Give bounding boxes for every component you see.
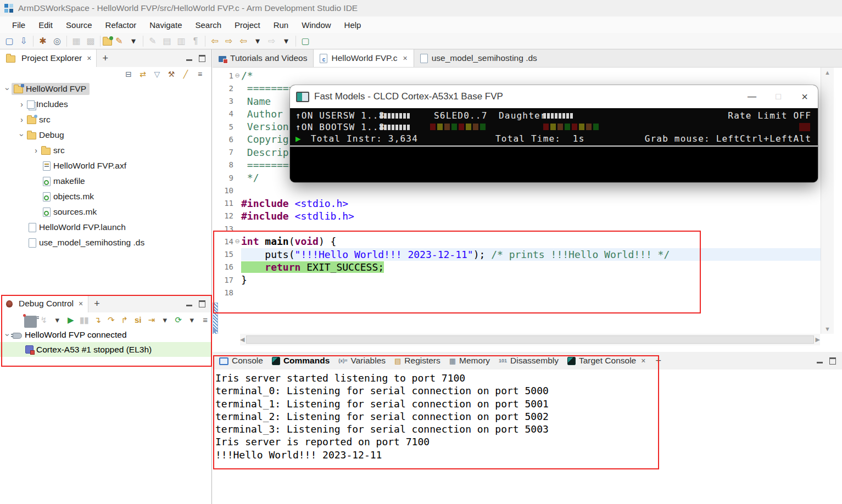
editor-tab-helloworld-fvp-c[interactable]: cHelloWorld FVP.c× bbox=[313, 49, 414, 67]
view-menu-icon[interactable]: ≡ bbox=[194, 69, 206, 80]
step-over-icon[interactable]: ↷ bbox=[105, 314, 118, 326]
fvp-titlebar[interactable]: Fast Models - CLCD Cortex-A53x1 Base FVP… bbox=[290, 85, 818, 108]
interrupt-icon[interactable]: ↯ bbox=[38, 314, 51, 326]
tree-item-objects-mk[interactable]: objects.mk bbox=[0, 189, 211, 204]
tree-item-sources-mk[interactable]: sources.mk bbox=[0, 204, 211, 220]
close-icon[interactable]: × bbox=[641, 356, 645, 365]
tree-item-includes[interactable]: ›Includes bbox=[0, 97, 211, 112]
scroll-up-icon[interactable]: ▲ bbox=[824, 69, 830, 76]
expander-icon[interactable]: › bbox=[32, 146, 40, 155]
console-tab-registers[interactable]: ▤Registers bbox=[390, 356, 445, 366]
console-tab-commands[interactable]: Commands bbox=[267, 356, 334, 366]
close-icon[interactable]: × bbox=[87, 54, 91, 63]
fold-marker-icon[interactable]: ⊖ bbox=[233, 238, 241, 245]
new-view-tab-button[interactable]: + bbox=[650, 355, 667, 367]
tab-debug-control[interactable]: Debug Control × bbox=[0, 295, 88, 312]
save-icon[interactable]: ▦ bbox=[69, 35, 83, 48]
new-file-icon[interactable]: ▢ bbox=[2, 35, 16, 48]
console-tab-target-console[interactable]: Target Console× bbox=[563, 356, 650, 366]
link-with-editor-icon[interactable]: ⇄ bbox=[137, 69, 149, 80]
tree-item-src[interactable]: ›src bbox=[0, 143, 211, 158]
format-icon[interactable]: ✎ bbox=[146, 35, 160, 48]
scroll-right-icon[interactable]: ▶ bbox=[816, 336, 820, 343]
build-icon[interactable]: ⚒ bbox=[165, 69, 177, 80]
scroll-down-icon[interactable]: ▼ bbox=[824, 326, 830, 332]
maximize-view-button[interactable] bbox=[828, 356, 838, 365]
expander-icon[interactable]: › bbox=[3, 85, 12, 93]
minimize-view-button[interactable] bbox=[184, 299, 194, 308]
back-icon[interactable]: ⇦ bbox=[208, 35, 222, 48]
dropdown-icon[interactable]: ▾ bbox=[250, 35, 265, 48]
close-icon[interactable]: × bbox=[79, 299, 83, 308]
debug-icon[interactable]: ✱ bbox=[36, 35, 50, 48]
tree-item-helloworld-fvp-launch[interactable]: HelloWorld FVP.launch bbox=[0, 220, 211, 235]
console-output[interactable]: Iris server started listening to port 71… bbox=[213, 369, 842, 461]
import-icon[interactable]: ⇩ bbox=[16, 35, 31, 48]
menu-refactor[interactable]: Refactor bbox=[99, 18, 143, 32]
continue-icon[interactable]: ▶ bbox=[65, 314, 77, 326]
dropdown-icon[interactable]: ▾ bbox=[126, 35, 141, 48]
clean-icon[interactable]: ╱ bbox=[180, 69, 192, 80]
menu-search[interactable]: Search bbox=[188, 18, 228, 32]
dropdown-icon[interactable]: ▾ bbox=[51, 314, 64, 326]
maximize-view-button[interactable] bbox=[197, 54, 207, 63]
tab-project-explorer[interactable]: Project Explorer × bbox=[0, 49, 97, 67]
view-menu-icon[interactable]: ≡ bbox=[199, 314, 212, 326]
disconnect-icon[interactable] bbox=[24, 316, 37, 328]
step-return-icon[interactable]: ↱ bbox=[119, 314, 131, 326]
forward-history-icon[interactable]: ⇨ bbox=[265, 35, 279, 48]
pause-icon[interactable]: ▮▮ bbox=[78, 314, 91, 326]
editor-tab-tutorials-and-videos[interactable]: Tutorials and Videos bbox=[213, 49, 313, 67]
console-tab-console[interactable]: Console bbox=[215, 356, 267, 366]
console-tab-memory[interactable]: ▦Memory bbox=[445, 356, 494, 366]
collapse-all-icon[interactable]: ⊟ bbox=[122, 69, 135, 80]
scroll-left-icon[interactable]: ◀ bbox=[240, 336, 244, 343]
console-tab-variables[interactable]: (x)=Variables bbox=[334, 356, 390, 366]
dropdown-icon[interactable]: ▾ bbox=[186, 314, 198, 326]
menu-window[interactable]: Window bbox=[295, 18, 337, 32]
tree-item-helloworld-fvp-axf[interactable]: HelloWorld FVP.axf bbox=[0, 158, 211, 173]
expander-icon[interactable]: › bbox=[18, 131, 26, 139]
new-view-tab-button[interactable]: + bbox=[97, 53, 114, 64]
tree-item-use-model-semihosting-ds[interactable]: use_model_semihosting .ds bbox=[0, 235, 211, 250]
new-view-tab-button[interactable]: + bbox=[88, 298, 105, 310]
menu-run[interactable]: Run bbox=[267, 18, 295, 32]
menu-navigate[interactable]: Navigate bbox=[143, 18, 188, 32]
run-to-line-icon[interactable]: ⇥ bbox=[146, 314, 158, 326]
flash-device-icon[interactable]: ✎ bbox=[112, 35, 126, 48]
debug-item-helloworld-fvp-connected[interactable]: ›HelloWorld FVP connected bbox=[0, 327, 211, 342]
save-all-icon[interactable]: ▩ bbox=[83, 35, 98, 48]
dropdown-icon[interactable]: ▾ bbox=[159, 314, 171, 326]
fvp-close-button[interactable]: × bbox=[791, 85, 818, 108]
dropdown-icon[interactable]: ▾ bbox=[279, 35, 293, 48]
step-instruction-icon[interactable]: si bbox=[132, 314, 144, 326]
tree-item-debug[interactable]: ›Debug bbox=[0, 127, 211, 143]
menu-edit[interactable]: Edit bbox=[32, 18, 59, 32]
minimize-view-button[interactable] bbox=[815, 356, 824, 365]
tree-item-src[interactable]: ›src bbox=[0, 112, 211, 127]
console-tab-disassembly[interactable]: 101Disassembly bbox=[494, 356, 563, 366]
fvp-maximize-button[interactable]: □ bbox=[765, 85, 791, 108]
maximize-view-button[interactable] bbox=[197, 299, 207, 308]
editor-vertical-scrollbar[interactable]: ▲ ▼ bbox=[821, 68, 834, 334]
scrollbar-thumb[interactable] bbox=[246, 335, 813, 344]
fvp-minimize-button[interactable]: — bbox=[739, 85, 765, 108]
menu-source[interactable]: Source bbox=[59, 18, 99, 32]
refresh-icon[interactable]: ⟳ bbox=[172, 314, 185, 326]
menu-file[interactable]: File bbox=[5, 18, 32, 32]
forward-into-icon[interactable]: ⇨ bbox=[222, 35, 236, 48]
build-selected-icon[interactable]: ▤ bbox=[160, 35, 174, 48]
step-into-icon[interactable]: ↴ bbox=[92, 314, 104, 326]
pin-editor-icon[interactable]: ▢ bbox=[298, 35, 313, 48]
debug-item-cortex-a53-1-stopped-el3h[interactable]: Cortex-A53 #1 stopped (EL3h) bbox=[0, 342, 211, 357]
expander-icon[interactable]: › bbox=[18, 115, 26, 124]
open-launch-config-icon[interactable] bbox=[103, 38, 112, 46]
show-whitespace-icon[interactable]: ¶ bbox=[188, 35, 203, 48]
expander-icon[interactable]: › bbox=[18, 100, 26, 109]
close-icon[interactable]: × bbox=[403, 54, 407, 63]
editor-tab-use-model-semihosting-ds[interactable]: use_model_semihosting .ds bbox=[414, 49, 543, 67]
menu-help[interactable]: Help bbox=[338, 18, 368, 32]
filter-icon[interactable]: ▽ bbox=[151, 69, 163, 80]
back-history-icon[interactable]: ⇦ bbox=[236, 35, 250, 48]
fold-marker-icon[interactable]: ⊖ bbox=[233, 72, 241, 79]
